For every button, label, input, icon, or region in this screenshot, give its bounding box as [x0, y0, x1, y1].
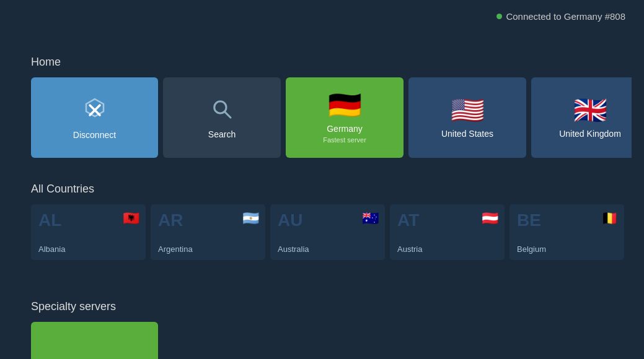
austria-flag: 🇦🇹 — [482, 210, 498, 227]
status-text: Connected to Germany #808 — [506, 11, 625, 22]
australia-name: Australia — [278, 244, 377, 254]
belgium-name: Belgium — [517, 244, 617, 254]
country-card-belgium[interactable]: BE 🇧🇪 Belgium — [509, 204, 624, 260]
uk-card[interactable]: 🇬🇧 United Kingdom — [531, 77, 632, 158]
search-card[interactable]: Search — [163, 77, 281, 158]
svg-marker-0 — [86, 99, 104, 116]
country-card-albania[interactable]: AL 🇦🇱 Albania — [31, 204, 146, 260]
countries-section: All Countries AL 🇦🇱 Albania AR 🇦🇷 Argent… — [31, 183, 632, 260]
countries-section-title: All Countries — [31, 183, 632, 196]
disconnect-card[interactable]: Disconnect — [31, 77, 158, 158]
country-cards: AL 🇦🇱 Albania AR 🇦🇷 Argentina AU 🇦🇺 Aust… — [31, 204, 632, 260]
argentina-flag: 🇦🇷 — [242, 210, 259, 227]
country-card-australia[interactable]: AU 🇦🇺 Australia — [270, 204, 385, 260]
us-label: United States — [441, 129, 493, 139]
australia-flag: 🇦🇺 — [362, 210, 379, 227]
belgium-flag: 🇧🇪 — [601, 210, 618, 227]
albania-name: Albania — [38, 244, 138, 254]
argentina-code: AR — [158, 210, 183, 230]
home-section: Home Disconnect Search — [31, 56, 632, 158]
austria-name: Austria — [397, 244, 497, 254]
albania-flag: 🇦🇱 — [123, 210, 139, 227]
albania-code: AL — [38, 210, 61, 230]
connection-status: Connected to Germany #808 — [496, 11, 625, 22]
country-card-austria[interactable]: AT 🇦🇹 Austria — [390, 204, 505, 260]
disconnect-icon — [80, 95, 110, 125]
uk-flag: 🇬🇧 — [573, 97, 607, 124]
us-card[interactable]: 🇺🇸 United States — [408, 77, 526, 158]
search-label: Search — [208, 129, 236, 139]
specialty-section: Specialty servers — [31, 300, 632, 359]
disconnect-label: Disconnect — [73, 130, 116, 140]
status-dot — [496, 14, 502, 19]
argentina-name: Argentina — [158, 244, 258, 254]
svg-line-4 — [225, 112, 231, 118]
australia-code: AU — [278, 210, 302, 230]
home-cards: Disconnect Search 🇩🇪 Germany Fastest ser… — [31, 77, 632, 158]
specialty-card[interactable] — [31, 322, 158, 359]
uk-label: United Kingdom — [559, 129, 621, 139]
germany-sublabel: Fastest server — [323, 136, 366, 144]
country-card-argentina[interactable]: AR 🇦🇷 Argentina — [151, 204, 265, 260]
germany-label: Germany — [327, 124, 363, 134]
austria-code: AT — [397, 210, 419, 230]
germany-card[interactable]: 🇩🇪 Germany Fastest server — [286, 77, 404, 158]
specialty-section-title: Specialty servers — [31, 300, 632, 313]
us-flag: 🇺🇸 — [451, 97, 485, 124]
home-section-title: Home — [31, 56, 632, 69]
search-icon — [209, 96, 235, 124]
belgium-code: BE — [517, 210, 541, 230]
germany-flag: 🇩🇪 — [328, 92, 362, 119]
